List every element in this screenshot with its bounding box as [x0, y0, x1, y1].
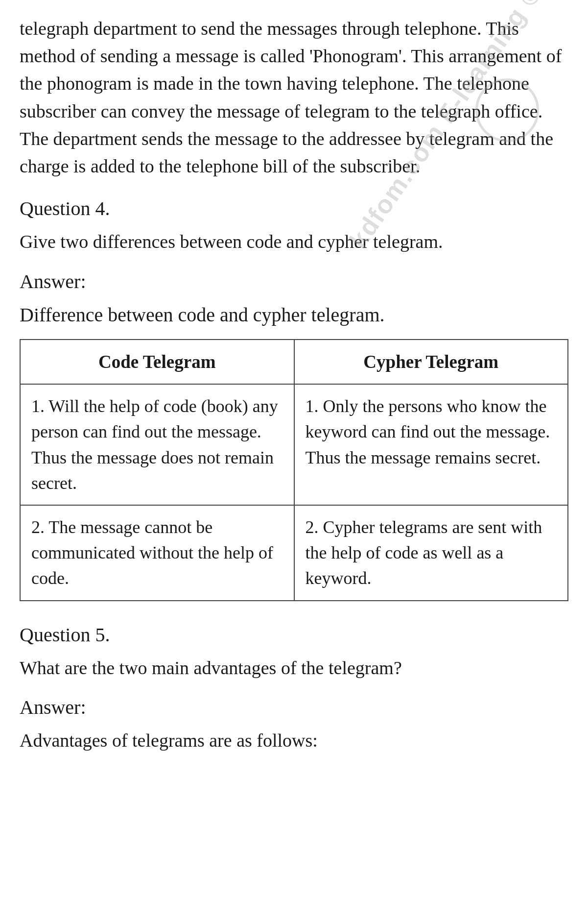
question5-block: Question 5. What are the two main advant… — [20, 621, 568, 754]
question5-answer-body: Advantages of telegrams are as follows: — [20, 727, 568, 754]
question4-body: Give two differences between code and cy… — [20, 228, 568, 255]
comparison-table: Code Telegram Cypher Telegram 1. Will th… — [20, 339, 568, 601]
question4-answer-label: Answer: — [20, 268, 568, 296]
intro-paragraph: telegraph department to send the message… — [20, 15, 568, 180]
question5-body: What are the two main advantages of the … — [20, 654, 568, 682]
question4-block: Question 4. Give two differences between… — [20, 195, 568, 601]
table-cell-row2-col1: 2. The message cannot be communicated wi… — [20, 505, 294, 601]
col2-header: Cypher Telegram — [294, 340, 568, 385]
question5-heading: Question 5. — [20, 621, 568, 649]
difference-intro: Difference between code and cypher teleg… — [20, 301, 568, 329]
question5-answer-label: Answer: — [20, 693, 568, 722]
table-row: 2. The message cannot be communicated wi… — [20, 505, 568, 601]
col1-header: Code Telegram — [20, 340, 294, 385]
table-cell-row1-col1: 1. Will the help of code (book) any pers… — [20, 384, 294, 505]
question4-heading: Question 4. — [20, 195, 568, 223]
table-cell-row2-col2: 2. Cypher telegrams are sent with the he… — [294, 505, 568, 601]
table-cell-row1-col2: 1. Only the persons who know the keyword… — [294, 384, 568, 505]
table-header-row: Code Telegram Cypher Telegram — [20, 340, 568, 385]
table-row: 1. Will the help of code (book) any pers… — [20, 384, 568, 505]
